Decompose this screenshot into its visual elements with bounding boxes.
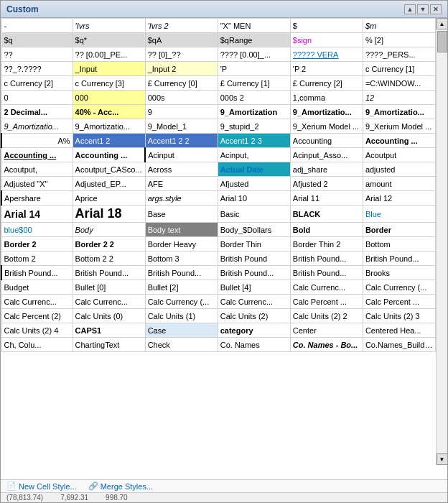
table-cell[interactable]: Adjusted_EP... [73, 177, 145, 191]
table-cell[interactable]: 9_Amortizatio... [363, 105, 435, 119]
table-cell[interactable]: 'P 2 [290, 62, 363, 76]
table-cell[interactable]: $ [290, 19, 363, 33]
table-cell[interactable]: Calc Units (2) 4 [1, 323, 73, 338]
table-cell[interactable]: Arial 10 [218, 191, 290, 206]
table-cell[interactable]: Body [73, 223, 145, 237]
table-cell[interactable]: _Input [73, 62, 145, 76]
table-cell[interactable]: $q* [73, 33, 145, 47]
table-cell[interactable]: Calc Units (2) 2 [290, 309, 363, 323]
table-cell[interactable]: Aprice [73, 191, 145, 206]
table-cell[interactable]: Blue [363, 206, 435, 223]
table-cell[interactable]: £ Currency [0] [145, 76, 218, 91]
table-cell[interactable]: British Pound... [363, 251, 435, 266]
close-button[interactable]: ✕ [430, 4, 442, 14]
table-cell[interactable]: $q [1, 33, 73, 47]
table-cell[interactable]: Ch, Colu... [1, 338, 73, 352]
table-cell[interactable]: 9_stupid_2 [218, 119, 290, 134]
table-cell[interactable]: "X" MEN [218, 19, 290, 33]
table-cell[interactable]: 9_Amortizatio... [290, 105, 363, 119]
table-cell[interactable]: Basic [218, 206, 290, 223]
table-cell[interactable]: Co. Names [218, 338, 290, 352]
table-cell[interactable]: 9_Amortizatio... [73, 119, 145, 134]
table-cell[interactable]: 'Ivrs [73, 19, 145, 33]
table-cell[interactable]: £ Currency [2] [290, 76, 363, 91]
table-cell[interactable]: British Pound... [73, 266, 145, 280]
table-cell[interactable]: Calc Currency (... [145, 295, 218, 309]
table-cell[interactable]: 2 Decimal... [1, 105, 73, 119]
table-cell[interactable]: 9_Xerium Model ... [363, 119, 435, 134]
table-cell[interactable]: Acinput_Asso... [290, 148, 363, 162]
table-cell[interactable]: Border Thin 2 [290, 237, 363, 251]
table-cell[interactable]: Actual Date [218, 162, 290, 177]
table-cell[interactable]: Border 2 2 [73, 237, 145, 251]
table-cell[interactable]: c Currency [3] [73, 76, 145, 91]
table-cell[interactable]: Border 2 [1, 237, 73, 251]
table-cell[interactable]: Centered Hea... [363, 323, 435, 338]
table-cell[interactable]: Budget [1, 280, 73, 295]
table-cell[interactable]: $qRange [218, 33, 290, 47]
table-cell[interactable]: Accounting ... [363, 134, 435, 148]
table-cell[interactable]: Calc Currenc... [290, 280, 363, 295]
table-cell[interactable]: Base [145, 206, 218, 223]
table-cell[interactable]: Acoutput_CASco... [73, 162, 145, 177]
table-cell[interactable]: ??_?.???? [1, 62, 73, 76]
restore-button[interactable]: ▼ [417, 4, 429, 14]
table-cell[interactable]: adj_share [290, 162, 363, 177]
table-cell[interactable]: 000s [145, 91, 218, 105]
scrollbar[interactable]: ▲ ▼ [436, 18, 447, 465]
table-cell[interactable]: =C:\WINDOW... [363, 76, 435, 91]
table-cell[interactable]: Calc Currenc... [1, 295, 73, 309]
table-cell[interactable]: Calc Units (1) [145, 309, 218, 323]
table-cell[interactable]: British Pound... [290, 251, 363, 266]
table-cell[interactable]: British Pound... [290, 266, 363, 280]
table-cell[interactable]: Brooks [363, 266, 435, 280]
table-cell[interactable]: blue$00 [1, 223, 73, 237]
table-cell[interactable]: Calc Currency (... [363, 280, 435, 295]
table-cell[interactable]: Calc Percent ... [290, 295, 363, 309]
table-cell[interactable]: Calc Currenc... [218, 295, 290, 309]
table-cell[interactable]: Accent1 2 3 [218, 134, 290, 148]
table-cell[interactable]: Bottom [363, 237, 435, 251]
table-cell[interactable]: 9_Xerium Model ... [290, 119, 363, 134]
table-cell[interactable]: Across [145, 162, 218, 177]
table-cell[interactable]: ?? [0.00]_PE... [73, 47, 145, 62]
table-cell[interactable]: British Pound... [1, 266, 73, 280]
merge-styles-link[interactable]: 🔗 Merge Styles... [88, 481, 153, 491]
table-cell[interactable]: 000 [73, 91, 145, 105]
scroll-down-arrow[interactable]: ▼ [437, 453, 448, 465]
table-cell[interactable]: Bottom 2 [1, 251, 73, 266]
table-cell[interactable]: _Input 2 [145, 62, 218, 76]
table-cell[interactable]: 'Ivrs 2 [145, 19, 218, 33]
table-cell[interactable]: Calc Currenc... [73, 295, 145, 309]
new-cell-style-link[interactable]: 📄 New Cell Style... [6, 481, 77, 491]
table-cell[interactable]: Calc Units (0) [73, 309, 145, 323]
table-cell[interactable]: ?? [1, 47, 73, 62]
table-cell[interactable]: 9_Amortizatio... [1, 119, 73, 134]
table-cell[interactable]: $sign [290, 33, 363, 47]
table-cell[interactable]: Calc Percent (2) [1, 309, 73, 323]
table-cell[interactable]: Case [145, 323, 218, 338]
table-cell[interactable]: 'P [218, 62, 290, 76]
table-cell[interactable]: Afjusted [218, 177, 290, 191]
table-cell[interactable]: Accent1 2 [73, 134, 145, 148]
table-cell[interactable]: Apershare [1, 191, 73, 206]
table-cell[interactable]: ?? [0]_?? [145, 47, 218, 62]
table-cell[interactable]: $m [363, 19, 435, 33]
table-cell[interactable]: Bullet [0] [73, 280, 145, 295]
table-cell[interactable]: Acoutput [363, 148, 435, 162]
table-cell[interactable]: Calc Percent ... [363, 295, 435, 309]
table-cell[interactable]: A% [1, 134, 73, 148]
table-cell[interactable]: Accounting ... [73, 148, 145, 162]
table-cell[interactable]: Body text [145, 223, 218, 237]
table-cell[interactable]: 40% - Acc... [73, 105, 145, 119]
table-cell[interactable]: British Pound... [218, 266, 290, 280]
table-cell[interactable]: 9_Model_1 [145, 119, 218, 134]
scroll-up-arrow[interactable]: ▲ [437, 18, 448, 29]
table-cell[interactable]: 1,comma [290, 91, 363, 105]
table-cell[interactable]: Acinput, [218, 148, 290, 162]
table-cell[interactable]: Afjusted 2 [290, 177, 363, 191]
table-cell[interactable]: Adjusted "X" [1, 177, 73, 191]
table-cell[interactable]: - [1, 19, 73, 33]
table-cell[interactable]: Arial 12 [363, 191, 435, 206]
table-cell[interactable]: Co.Names_Buildup... [363, 338, 435, 352]
